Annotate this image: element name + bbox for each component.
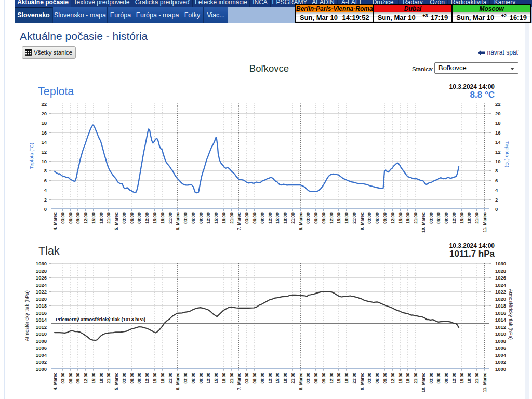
svg-text:1022: 1022 [36,289,47,295]
svg-text:09:00: 09:00 [321,372,326,383]
svg-text:21:00: 21:00 [229,372,234,383]
svg-text:1012: 1012 [495,324,506,330]
svg-text:18:00: 18:00 [221,212,227,224]
svg-text:1002: 1002 [495,359,506,365]
svg-text:18:00: 18:00 [99,212,104,224]
svg-text:16: 16 [495,130,501,136]
svg-text:12:00: 12:00 [144,212,150,224]
svg-text:09:00: 09:00 [260,212,265,224]
svg-text:15:00: 15:00 [214,212,219,224]
svg-text:4. Marec: 4. Marec [52,372,58,390]
svg-text:Teplota (°C): Teplota (°C) [29,143,34,169]
svg-text:15:00: 15:00 [152,212,157,224]
svg-text:6: 6 [495,178,498,183]
svg-text:12:00: 12:00 [206,212,211,224]
svg-text:1016: 1016 [36,310,47,316]
svg-text:06:00: 06:00 [191,212,196,224]
svg-text:09:00: 09:00 [137,372,142,383]
svg-text:12:00: 12:00 [451,372,457,383]
svg-text:15:00: 15:00 [91,372,96,383]
svg-text:Atmosférický tlak (hPa): Atmosférický tlak (hPa) [508,289,514,340]
svg-text:1014: 1014 [495,317,507,323]
svg-text:1018: 1018 [495,303,506,309]
svg-text:9. Marec: 9. Marec [360,372,365,390]
svg-text:0: 0 [44,206,47,212]
svg-text:8. Marec: 8. Marec [298,212,303,230]
svg-text:06:00: 06:00 [252,212,257,224]
svg-text:18:00: 18:00 [467,372,472,383]
svg-text:09:00: 09:00 [75,372,81,383]
svg-text:18:00: 18:00 [160,372,165,383]
svg-text:9. Marec: 9. Marec [360,212,365,230]
svg-text:15:00: 15:00 [398,212,403,224]
svg-text:15:00: 15:00 [398,372,403,383]
svg-text:5. Marec: 5. Marec [114,372,119,390]
svg-text:4. Marec: 4. Marec [52,212,58,230]
svg-text:18: 18 [495,120,501,126]
svg-text:1000: 1000 [495,366,506,372]
svg-text:21:00: 21:00 [474,212,480,224]
svg-text:15:00: 15:00 [214,372,219,383]
svg-text:09:00: 09:00 [321,212,326,224]
svg-text:03:00: 03:00 [183,212,188,224]
svg-text:1006: 1006 [36,345,47,351]
svg-text:1014: 1014 [36,317,47,323]
svg-text:1004: 1004 [36,352,47,358]
svg-text:10. Marec: 10. Marec [421,212,426,233]
svg-text:21:00: 21:00 [290,372,296,383]
svg-text:15:00: 15:00 [336,212,341,224]
svg-text:06:00: 06:00 [313,212,318,224]
svg-text:06:00: 06:00 [129,212,135,224]
svg-text:1020: 1020 [495,296,506,302]
svg-text:21:00: 21:00 [352,212,357,224]
svg-text:12:00: 12:00 [329,372,334,383]
svg-text:Priemerný atmosférický tlak (1: Priemerný atmosférický tlak (1013 hPa) [56,317,145,322]
svg-text:8. Marec: 8. Marec [298,372,303,390]
svg-text:06:00: 06:00 [129,372,135,383]
svg-text:06:00: 06:00 [252,372,257,383]
svg-text:15:00: 15:00 [336,372,341,383]
svg-text:12: 12 [41,149,47,155]
svg-text:2: 2 [495,197,498,203]
svg-text:12:00: 12:00 [390,212,395,224]
svg-text:12:00: 12:00 [268,372,273,383]
svg-text:09:00: 09:00 [382,212,388,224]
svg-text:1016: 1016 [495,310,506,316]
svg-text:06:00: 06:00 [375,212,380,224]
svg-text:1024: 1024 [495,282,507,288]
svg-text:12:00: 12:00 [83,212,88,224]
svg-text:1004: 1004 [495,352,507,358]
svg-text:15:00: 15:00 [459,212,464,224]
svg-text:09:00: 09:00 [444,212,449,224]
svg-text:03:00: 03:00 [244,372,249,383]
svg-text:1020: 1020 [36,296,47,302]
svg-text:11. Marec: 11. Marec [482,372,487,392]
svg-text:7. Marec: 7. Marec [236,212,242,230]
svg-text:15:00: 15:00 [275,212,280,224]
svg-text:21:00: 21:00 [106,212,111,224]
svg-text:03:00: 03:00 [60,372,65,383]
svg-text:12:00: 12:00 [390,372,395,383]
svg-text:21:00: 21:00 [106,372,111,383]
svg-text:6: 6 [44,178,47,183]
svg-text:12:00: 12:00 [83,372,88,383]
svg-text:12:00: 12:00 [329,212,334,224]
svg-text:18:00: 18:00 [344,372,349,383]
svg-text:1000: 1000 [36,366,47,372]
svg-text:15:00: 15:00 [459,372,464,383]
svg-text:11. Marec: 11. Marec [482,212,487,233]
svg-text:12:00: 12:00 [268,212,273,224]
svg-text:1030: 1030 [495,261,506,267]
svg-text:09:00: 09:00 [260,372,265,383]
svg-text:12:00: 12:00 [144,372,150,383]
svg-text:06:00: 06:00 [313,372,318,383]
svg-text:21:00: 21:00 [168,372,173,383]
svg-text:1026: 1026 [495,275,506,281]
svg-text:03:00: 03:00 [122,372,127,383]
svg-text:1008: 1008 [36,338,47,344]
svg-text:Atmosférický tlak (hPa): Atmosférický tlak (hPa) [24,290,30,341]
svg-text:18:00: 18:00 [344,212,349,224]
svg-text:18:00: 18:00 [160,212,165,224]
svg-text:03:00: 03:00 [429,212,434,224]
svg-text:09:00: 09:00 [137,212,142,224]
